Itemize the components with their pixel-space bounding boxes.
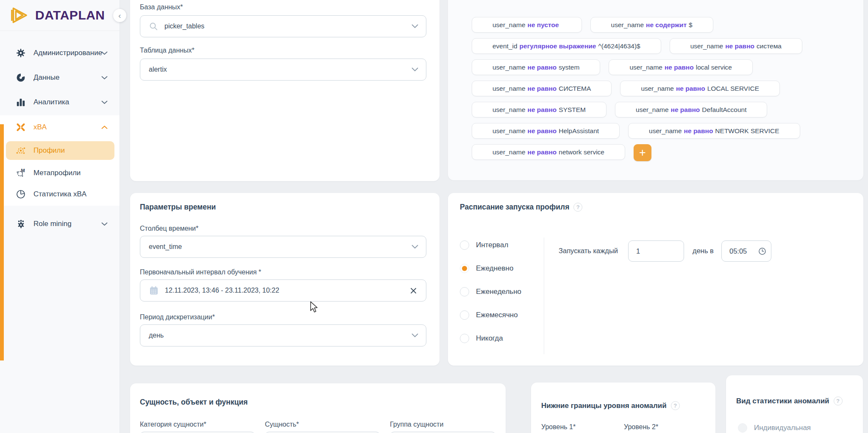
filter-chip[interactable]: event_idрегулярное выражение^(4624|4634)… [472, 38, 661, 54]
anomaly-bounds-card: Нижние границы уровня аномалий ? Уровень… [531, 383, 715, 433]
metaprofiles-icon: M [15, 168, 26, 179]
clear-icon[interactable] [410, 288, 417, 294]
level2-label: Уровень 2* [624, 423, 658, 431]
chevron-up-icon [101, 126, 108, 129]
chip-field: user_name [492, 106, 526, 114]
chip-field: user_name [690, 42, 723, 50]
chip-value: network service [559, 148, 604, 156]
chevron-down-icon [412, 333, 418, 338]
divider [544, 237, 544, 354]
chevron-down-icon [101, 222, 108, 226]
filters-card: user_nameне пустое user_nameне содержит$… [448, 0, 863, 180]
schedule-option-interval[interactable]: Интервал [460, 240, 508, 250]
sidebar-accent-strip [0, 124, 4, 360]
schedule-option-never[interactable]: Никогда [460, 334, 503, 343]
chip-operator: не пустое [528, 21, 559, 29]
sidebar-item-profiles[interactable]: Профили [6, 141, 114, 160]
sidebar-item-xba[interactable]: xBA [0, 117, 120, 137]
schedule-option-daily[interactable]: Ежедневно [460, 264, 513, 273]
radio-label: Индивидуальная [754, 424, 811, 432]
time-params-card: Параметры времени Столбец времени* event… [130, 193, 440, 366]
sidebar-item-analytics[interactable]: Аналитика [0, 92, 120, 112]
chip-operator: регулярное выражение [520, 42, 596, 50]
sidebar-item-data[interactable]: Данные [0, 68, 120, 87]
chip-operator: не равно [528, 127, 557, 135]
filter-chip[interactable]: user_nameне равноDefaultAccount [615, 102, 767, 117]
discretization-select[interactable]: день [140, 324, 426, 346]
gear-icon [15, 47, 26, 59]
discretization-label: Период дискретизации* [140, 313, 215, 321]
chip-field: user_name [492, 64, 526, 71]
filter-chip[interactable]: user_nameне пустое [472, 17, 582, 33]
filter-chip[interactable]: user_nameне равноLOCAL SERVICE [620, 81, 780, 96]
anomaly-stats-title: Вид статистики аномалий ? [736, 397, 843, 405]
filter-chip[interactable]: user_nameне равносистема [670, 38, 802, 54]
chip-operator: не равно [665, 64, 694, 71]
filter-chip[interactable]: user_nameне равноsystem [472, 59, 600, 75]
help-icon[interactable]: ? [671, 401, 680, 410]
search-icon [149, 22, 159, 31]
chip-value: HelpAssistant [559, 127, 599, 135]
filter-chip[interactable]: user_nameне равноSYSTEM [472, 102, 606, 117]
chevron-down-icon [101, 51, 108, 55]
chip-operator: не равно [671, 106, 700, 114]
radio-label: Ежедневно [476, 264, 513, 273]
radio-label: Еженедельно [476, 288, 521, 296]
chip-field: user_name [636, 106, 669, 114]
chip-field: user_name [641, 85, 674, 92]
chip-field: user_name [629, 64, 662, 71]
filter-chip[interactable]: user_nameне равноСИСТЕМА [472, 81, 612, 96]
schedule-title: Расписание запуска профиля ? [460, 203, 582, 212]
db-select[interactable]: picker_tables [140, 15, 426, 37]
table-label: Таблица данных* [140, 47, 195, 54]
pie-chart-icon [15, 72, 26, 83]
sidebar-item-label: Профили [33, 146, 65, 155]
discretization-value: день [149, 332, 164, 339]
filter-chip[interactable]: user_nameне равноHelpAssistant [472, 123, 620, 139]
clock-icon[interactable] [758, 247, 766, 255]
chip-value: DefaultAccount [702, 106, 746, 114]
run-every-input[interactable] [628, 240, 684, 262]
sidebar-item-metaprofiles[interactable]: M Метапрофили [0, 163, 120, 183]
chip-value: system [559, 64, 579, 71]
svg-text:M: M [21, 168, 25, 173]
filter-chip[interactable]: user_nameне равноNETWORK SERVICE [628, 123, 800, 139]
chevron-down-icon [101, 101, 108, 104]
sidebar-item-label: Role mining [33, 220, 72, 228]
chip-operator: не равно [528, 148, 557, 156]
schedule-option-weekly[interactable]: Еженедельно [460, 287, 521, 296]
chip-field: user_name [649, 127, 682, 135]
time-column-select[interactable]: event_time [140, 236, 426, 258]
calendar-icon [149, 285, 159, 296]
stats-option-individual[interactable]: Индивидуальная [738, 423, 811, 433]
entity-label: Сущность* [265, 421, 299, 428]
filter-chip[interactable]: user_nameне равноnetwork service [472, 144, 625, 160]
time-column-label: Столбец времени* [140, 225, 198, 232]
help-icon[interactable]: ? [573, 203, 582, 212]
unit-label: день в [693, 247, 714, 255]
schedule-option-monthly[interactable]: Ежемесячно [460, 310, 518, 320]
chip-field: user_name [492, 21, 526, 29]
brand-name: DATAPLAN [35, 8, 105, 22]
run-every-label: Запускать каждый [559, 247, 618, 255]
sidebar-collapse-button[interactable]: ‹ [113, 9, 126, 22]
add-filter-button[interactable]: + [634, 144, 651, 161]
sidebar-item-label: Администрирование [33, 49, 102, 57]
table-select[interactable]: alertix [140, 59, 426, 81]
chip-value: NETWORK SERVICE [715, 127, 779, 135]
profiles-network-icon [15, 145, 26, 156]
sidebar-item-xba-statistics[interactable]: Статистика xBA [0, 184, 120, 204]
sidebar-item-label: Статистика xBA [33, 190, 86, 198]
filter-chip[interactable]: user_nameне равноlocal service [609, 59, 753, 75]
sidebar-item-label: Аналитика [33, 98, 69, 106]
sidebar-item-administration[interactable]: Администрирование [0, 43, 120, 63]
help-icon[interactable]: ? [834, 397, 843, 405]
sidebar-item-role-mining[interactable]: Role mining [0, 214, 120, 234]
sidebar-item-label: xBA [33, 123, 47, 131]
chip-value: $ [689, 21, 693, 29]
radio-label: Интервал [476, 241, 508, 249]
filter-chip[interactable]: user_nameне содержит$ [590, 17, 713, 33]
time-params-title: Параметры времени [140, 203, 216, 212]
training-interval-input[interactable]: 12.11.2023, 13:46 - 23.11.2023, 10:22 [140, 279, 426, 302]
chip-operator: не равно [528, 106, 557, 114]
